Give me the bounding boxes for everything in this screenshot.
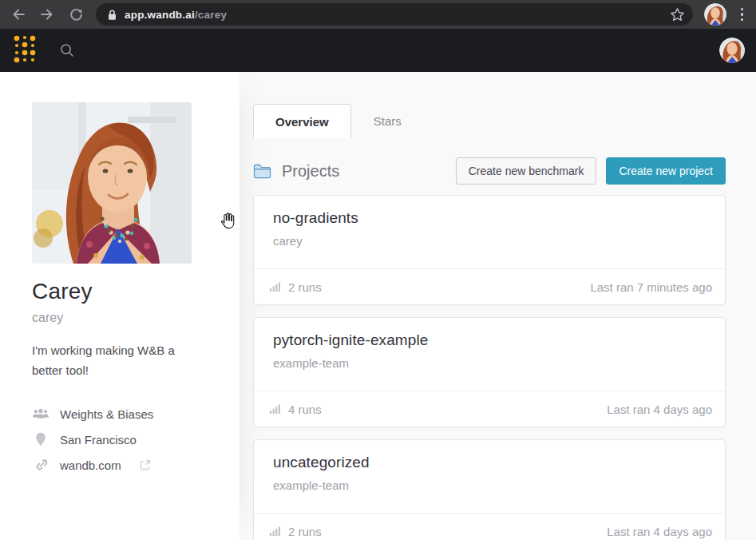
browser-profile-avatar[interactable]	[704, 3, 726, 26]
profile-bio: I'm working making W&B a better tool!	[32, 340, 188, 380]
last-ran-label: Last ran 4 days ago	[607, 525, 712, 538]
refresh-icon[interactable]	[67, 6, 85, 23]
address-bar[interactable]: app.wandb.ai/carey	[96, 3, 693, 26]
card-footer: 2 runs Last ran 4 days ago	[254, 513, 725, 540]
search-icon[interactable]	[59, 42, 75, 58]
runs-count: 4 runs	[288, 403, 322, 416]
project-name[interactable]: pytorch-ignite-example	[273, 332, 706, 349]
card-footer: 2 runs Last ran 7 minutes ago	[254, 268, 725, 304]
profile-photo	[32, 102, 192, 264]
company-label: Weights & Biases	[60, 407, 153, 421]
tab-stars[interactable]: Stars	[351, 104, 424, 138]
website-link[interactable]: wandb.com	[60, 459, 121, 472]
create-project-button[interactable]: Create new project	[606, 157, 726, 185]
last-ran-label: Last ran 7 minutes ago	[590, 280, 712, 294]
runs-count: 2 runs	[288, 280, 322, 294]
meta-row-company: Weights & Biases	[32, 401, 239, 427]
profile-meta-list: Weights & Biases San Francisco	[32, 401, 239, 478]
last-ran-label: Last ran 4 days ago	[607, 403, 712, 416]
main-panel: Overview Stars Projects Create new bench…	[253, 72, 726, 540]
tab-overview[interactable]: Overview	[253, 104, 351, 138]
project-owner: example-team	[273, 478, 706, 492]
projects-title: Projects	[282, 162, 339, 181]
url-host: app.wandb.ai	[125, 9, 195, 21]
project-owner: carey	[273, 234, 706, 248]
runs-chart-icon	[270, 282, 282, 292]
runs-chart-icon	[270, 404, 282, 414]
card-body: no-gradients carey	[254, 196, 725, 268]
runs-count: 2 runs	[288, 525, 322, 538]
back-icon[interactable]	[10, 6, 27, 23]
profile-name: Carey	[32, 279, 239, 304]
tab-bar: Overview Stars	[253, 104, 726, 138]
runs-chart-icon	[270, 526, 282, 536]
people-icon	[32, 408, 49, 419]
profile-username: carey	[32, 311, 239, 325]
profile-sidebar: Carey carey I'm working making W&B a bet…	[0, 72, 239, 540]
project-name[interactable]: no-gradients	[273, 209, 706, 227]
lock-icon	[107, 9, 117, 21]
card-body: uncategorized example-team	[254, 440, 725, 513]
user-avatar[interactable]	[719, 38, 745, 63]
page-content: Carey carey I'm working making W&B a bet…	[0, 72, 756, 540]
project-card-pytorch-ignite-example[interactable]: pytorch-ignite-example example-team 4 ru…	[253, 317, 726, 427]
project-owner: example-team	[273, 356, 706, 370]
folder-icon	[253, 164, 271, 179]
app-header	[0, 29, 756, 72]
create-benchmark-button[interactable]: Create new benchmark	[456, 157, 597, 185]
browser-toolbar: app.wandb.ai/carey	[0, 0, 756, 29]
forward-icon[interactable]	[38, 6, 56, 23]
location-label: San Francisco	[60, 433, 137, 447]
meta-row-website: wandb.com	[32, 452, 239, 478]
url-text: app.wandb.ai/carey	[125, 9, 227, 21]
browser-menu-icon[interactable]	[738, 5, 747, 25]
card-body: pytorch-ignite-example example-team	[254, 318, 725, 391]
projects-header: Projects Create new benchmark Create new…	[253, 157, 726, 185]
card-footer: 4 runs Last ran 4 days ago	[254, 391, 725, 427]
location-icon	[32, 432, 49, 447]
meta-row-location: San Francisco	[32, 427, 239, 452]
star-icon[interactable]	[670, 7, 685, 22]
link-icon	[32, 459, 49, 472]
project-card-no-gradients[interactable]: no-gradients carey 2 runs Last ran 7 min…	[253, 195, 726, 305]
external-link-icon[interactable]	[139, 459, 152, 471]
project-name[interactable]: uncategorized	[273, 454, 706, 471]
project-card-uncategorized[interactable]: uncategorized example-team 2 runs Last r…	[253, 439, 726, 540]
wandb-logo[interactable]	[11, 34, 38, 67]
url-path: /carey	[195, 9, 227, 21]
